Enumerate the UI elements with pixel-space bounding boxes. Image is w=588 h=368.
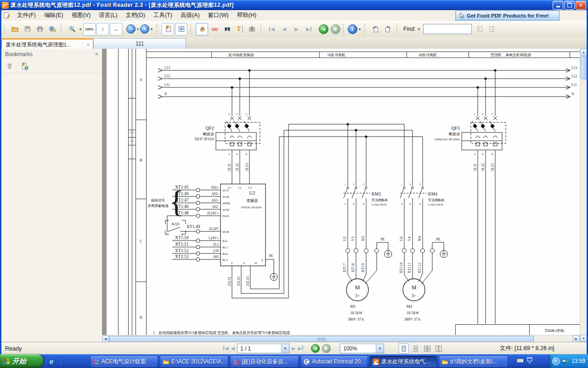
horizontal-scrollbar[interactable]: ◀ ▶ [102,335,580,342]
print-button[interactable] [34,23,46,35]
tab-2-label: 111 [136,40,144,47]
menu-item-tools[interactable]: 工具(T) [149,10,176,21]
single-page-view-button[interactable] [399,343,409,354]
zoom-out-button[interactable]: − [126,24,136,34]
taskbar-clock: 13:59 [571,358,588,364]
continuous-view-button[interactable] [411,344,420,353]
menu-item-help[interactable]: 帮助(H) [233,10,260,21]
svg-text:CJX2-50-N: CJX2-50-N [372,203,387,207]
svg-text:2: 2 [474,152,475,155]
rotate-right-button[interactable] [382,23,394,35]
select-text-button[interactable]: T [233,23,246,35]
tab-document-2[interactable]: 111 [93,38,186,49]
search-button[interactable] [221,23,233,35]
svg-text:断路器: 断路器 [203,132,214,136]
scroll-down-button[interactable]: ▼ [580,335,587,342]
scroll-right-button[interactable]: ▶ [573,335,580,342]
menu-item-edit[interactable]: 编辑(E) [40,10,68,21]
svg-text:1、启动回路接线采用16.0多股铜芯电缆 空压机、臭氧主机开: 1、启动回路接线采用16.0多股铜芯电缆 空压机、臭氧主机开关采用70.0多股铜… [153,331,290,335]
next-page-button[interactable]: ▶ [290,23,303,35]
page-number-combo[interactable]: 1 / 1 ▼ [237,344,289,353]
open-button[interactable] [9,23,21,35]
svg-text:5: 5 [166,233,167,236]
menu-item-language[interactable]: 语言(L) [95,10,121,21]
tab-document-1[interactable]: 废水处理系统电气原理图1... × [1,38,93,50]
zoom-in-dropdown[interactable]: ▾ [149,27,154,31]
previous-page-button[interactable]: ◀ [278,23,290,35]
fit-width-button[interactable]: ↔ [110,23,122,35]
find-input[interactable] [423,24,472,34]
combo-caret-icon[interactable]: ▼ [376,344,384,353]
email-button[interactable] [46,23,58,35]
reading-mode-button[interactable] [209,23,221,35]
promo-banner[interactable]: Get Foxit PDF Products for Free! [455,11,560,21]
minimize-button[interactable] [553,1,563,10]
taskbar-item-ace-forum[interactable]: ACE电气设计联盟 [90,356,158,368]
single-page-button[interactable] [162,23,174,35]
promo-banner-text: Get Foxit PDF Products for Free! [467,13,549,18]
scroll-left-button[interactable]: ◀ [102,335,109,342]
tray-collapse-icon[interactable]: ‹ [552,357,560,365]
language-bar-caret-icon[interactable]: ▼ [528,362,531,364]
actual-size-button[interactable]: 100% [83,23,96,35]
svg-text:XT1:52: XT1:52 [175,248,189,253]
menu-item-advanced[interactable]: 高级(A) [176,10,204,21]
zoom-out-dropdown[interactable]: ▾ [136,27,140,31]
svg-text:2L24V: 2L24V [209,227,219,231]
taskbar-item-foxit-active[interactable]: 废水处理系统电气... [370,356,437,368]
save-button[interactable] [21,23,34,35]
properties-button[interactable]: i [348,24,357,34]
find-previous-button[interactable] [474,23,486,35]
go-forward-button[interactable]: ▶ [331,24,340,34]
continuous-facing-view-button[interactable] [434,344,443,353]
delete-bookmark-icon[interactable] [6,63,13,70]
menu-item-window[interactable]: 窗口(W) [204,10,233,21]
svg-text:4: 4 [409,202,411,205]
fit-page-button[interactable] [175,23,187,35]
menu-item-view[interactable]: 视图(V) [68,10,95,21]
zoom-tool-dropdown[interactable]: ▾ [78,27,83,31]
zoom-combo[interactable]: 100% ▼ [340,344,384,353]
snapshot-button[interactable] [246,23,258,35]
menu-item-document[interactable]: 文档(D) [122,10,149,21]
close-button[interactable]: × [576,1,586,10]
rotate-left-button[interactable] [369,23,382,35]
tab-close-icon[interactable]: × [87,42,93,47]
taskbar-item-automation-group[interactable]: [超]自动化设备设... [230,356,299,368]
scroll-up-button[interactable]: ▲ [580,49,587,56]
zoom-in-button[interactable]: + [140,24,149,34]
taskbar-item-autocad-electrical[interactable]: Autocad Elctrical 20... [300,356,368,368]
view-back-button[interactable]: ◀ [311,344,320,353]
view-forward-button[interactable]: ▶ [322,344,331,353]
start-button[interactable]: 开始 [0,354,43,368]
last-page-icon[interactable]: ▶ [298,345,303,351]
hand-tool-button[interactable] [196,23,208,35]
fit-height-button[interactable]: ↕ [96,23,109,35]
document-page[interactable]: 反冲风机变频器 1#反冲风机 2#反冲风机 空压机、臭氧主机柜电源 A B C … [102,49,580,335]
prev-page-icon[interactable]: ◀ [231,345,234,351]
combo-caret-icon[interactable]: ▼ [281,344,289,353]
svg-text:XT1:50: XT1:50 [175,236,189,240]
zoom-tool-button[interactable] [66,23,78,35]
last-page-button[interactable]: ▶ [303,23,315,35]
go-back-button[interactable]: ◀ [319,24,328,34]
menu-item-file[interactable]: 文件(F) [13,10,40,21]
vertical-scrollbar[interactable]: ▲ ▼ [580,49,587,342]
taskbar-item-explorer-documents[interactable]: d:\我的文档\桌面\... [439,356,508,368]
svg-text:XT1:8: XT1:8 [351,263,355,272]
svg-text:E: E [261,259,263,262]
taskbar-item-explorer-ace[interactable]: E:\ACE 2012\ACE\A... [160,356,228,368]
find-options-dropdown[interactable]: ▾ [417,27,421,31]
keyboard-language-icon[interactable] [516,357,524,364]
next-page-icon[interactable]: ▶ [292,345,295,351]
network-status-icon[interactable] [561,358,569,365]
restore-button[interactable] [564,1,575,10]
ie-quicklaunch-icon[interactable]: e [47,356,56,366]
panel-close-icon[interactable]: × [95,51,98,58]
find-next-button[interactable] [486,23,498,35]
facing-view-button[interactable] [423,344,432,353]
first-page-button[interactable]: ◀ [266,23,278,35]
add-bookmark-icon[interactable] [21,63,28,70]
first-page-icon[interactable]: ◀ [223,345,228,351]
properties-dropdown[interactable]: ▾ [357,27,362,31]
